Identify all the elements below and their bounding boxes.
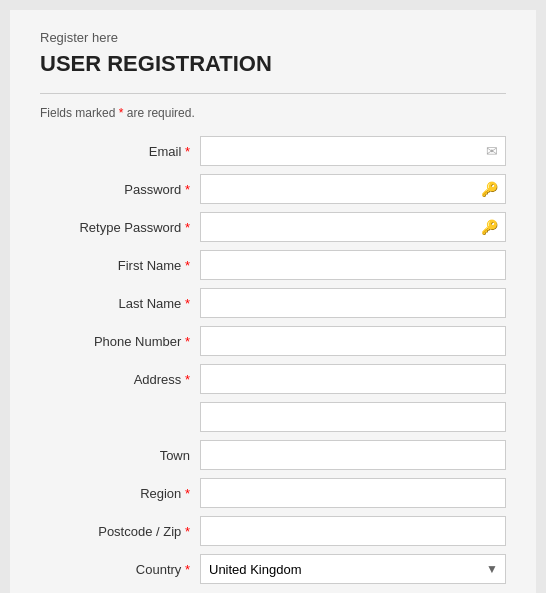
town-input[interactable] (200, 440, 506, 470)
first-name-row: First Name * (40, 250, 506, 280)
email-input[interactable] (200, 136, 506, 166)
retype-password-row: Retype Password * 🔑 (40, 212, 506, 242)
password-input[interactable] (200, 174, 506, 204)
address2-row (40, 402, 506, 432)
phone-number-row: Phone Number * (40, 326, 506, 356)
address2-input[interactable] (200, 402, 506, 432)
country-row: Country * United Kingdom United States A… (40, 554, 506, 584)
country-label: Country * (40, 562, 200, 577)
last-name-label: Last Name * (40, 296, 200, 311)
retype-password-label: Retype Password * (40, 220, 200, 235)
region-label: Region * (40, 486, 200, 501)
address-input[interactable] (200, 364, 506, 394)
postcode-row: Postcode / Zip * (40, 516, 506, 546)
phone-number-label: Phone Number * (40, 334, 200, 349)
page-subtitle: Register here (40, 30, 506, 45)
region-input[interactable] (200, 478, 506, 508)
phone-number-input[interactable] (200, 326, 506, 356)
password-label: Password * (40, 182, 200, 197)
page-title: USER REGISTRATION (40, 51, 506, 77)
required-note: Fields marked * are required. (40, 106, 506, 120)
registration-container: Register here USER REGISTRATION Fields m… (10, 10, 536, 593)
country-select[interactable]: United Kingdom United States Australia C… (200, 554, 506, 584)
email-label: Email * (40, 144, 200, 159)
first-name-input[interactable] (200, 250, 506, 280)
retype-password-input[interactable] (200, 212, 506, 242)
last-name-row: Last Name * (40, 288, 506, 318)
country-select-wrapper: United Kingdom United States Australia C… (200, 554, 506, 584)
divider (40, 93, 506, 94)
region-row: Region * (40, 478, 506, 508)
postcode-input[interactable] (200, 516, 506, 546)
email-wrapper: ✉ (200, 136, 506, 166)
retype-password-wrapper: 🔑 (200, 212, 506, 242)
address-row: Address * (40, 364, 506, 394)
first-name-label: First Name * (40, 258, 200, 273)
password-row: Password * 🔑 (40, 174, 506, 204)
password-wrapper: 🔑 (200, 174, 506, 204)
town-row: Town (40, 440, 506, 470)
required-asterisk: * (119, 106, 124, 120)
address-label: Address * (40, 372, 200, 387)
postcode-label: Postcode / Zip * (40, 524, 200, 539)
last-name-input[interactable] (200, 288, 506, 318)
town-label: Town (40, 448, 200, 463)
email-row: Email * ✉ (40, 136, 506, 166)
